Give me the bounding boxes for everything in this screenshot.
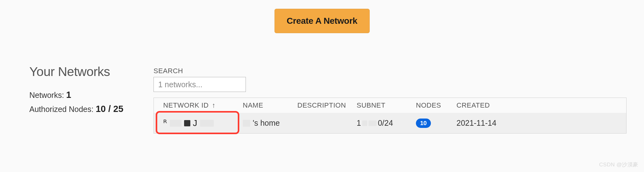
redaction-block xyxy=(170,120,182,127)
authorized-nodes-label: Authorized Nodes: xyxy=(29,105,94,114)
watermark: CSDN @沙漠豪 xyxy=(599,161,638,168)
table-area: SEARCH NETWORK ID ↑ NAME DESCRIPTION SUB… xyxy=(154,64,627,134)
sort-ascending-icon: ↑ xyxy=(212,101,216,109)
redaction-block xyxy=(362,120,367,126)
create-network-button[interactable]: Create A Network xyxy=(275,9,370,33)
table-header-row: NETWORK ID ↑ NAME DESCRIPTION SUBNET NOD… xyxy=(154,98,626,113)
nodes-badge: 10 xyxy=(416,119,431,128)
column-header-name[interactable]: NAME xyxy=(243,101,297,109)
cell-subnet: 1 0/24 xyxy=(357,119,416,128)
cell-created: 2021-11-14 xyxy=(456,119,502,128)
authorized-nodes-line: Authorized Nodes: 10 / 25 xyxy=(29,104,135,114)
search-input[interactable] xyxy=(154,77,246,92)
name-suffix: 's home xyxy=(253,119,280,128)
table-row[interactable]: ᴿ J 's home 1 0/24 xyxy=(154,113,626,133)
column-header-network-id[interactable]: NETWORK ID ↑ xyxy=(163,101,243,109)
content-area: Your Networks Networks: 1 Authorized Nod… xyxy=(29,64,627,134)
column-header-subnet[interactable]: SUBNET xyxy=(357,101,416,109)
cell-network-id: ᴿ J xyxy=(163,113,243,133)
cell-name: 's home xyxy=(243,119,297,128)
column-header-description[interactable]: DESCRIPTION xyxy=(297,101,357,109)
authorized-nodes-count: 10 / 25 xyxy=(96,104,124,114)
networks-count-line: Networks: 1 xyxy=(29,90,135,100)
redaction-block xyxy=(368,120,377,126)
header-network-id-label: NETWORK ID xyxy=(163,101,209,109)
redaction-block xyxy=(243,120,250,127)
networks-count: 1 xyxy=(66,90,71,100)
column-header-created[interactable]: CREATED xyxy=(456,101,502,109)
search-label: SEARCH xyxy=(154,67,627,75)
page-title: Your Networks xyxy=(29,64,135,79)
networks-label: Networks: xyxy=(29,91,64,99)
subnet-suffix: 0/24 xyxy=(378,119,393,128)
sidebar-stats: Your Networks Networks: 1 Authorized Nod… xyxy=(29,64,135,134)
id-fragment-a: ᴿ xyxy=(163,118,167,128)
networks-table: NETWORK ID ↑ NAME DESCRIPTION SUBNET NOD… xyxy=(154,98,627,134)
column-header-nodes[interactable]: NODES xyxy=(416,101,456,109)
id-fragment-b: J xyxy=(193,118,198,128)
network-id-text: ᴿ J xyxy=(163,118,214,128)
subnet-prefix: 1 xyxy=(357,119,361,128)
cell-nodes: 10 xyxy=(416,119,456,128)
redaction-block xyxy=(200,120,214,127)
redaction-block xyxy=(184,120,190,126)
